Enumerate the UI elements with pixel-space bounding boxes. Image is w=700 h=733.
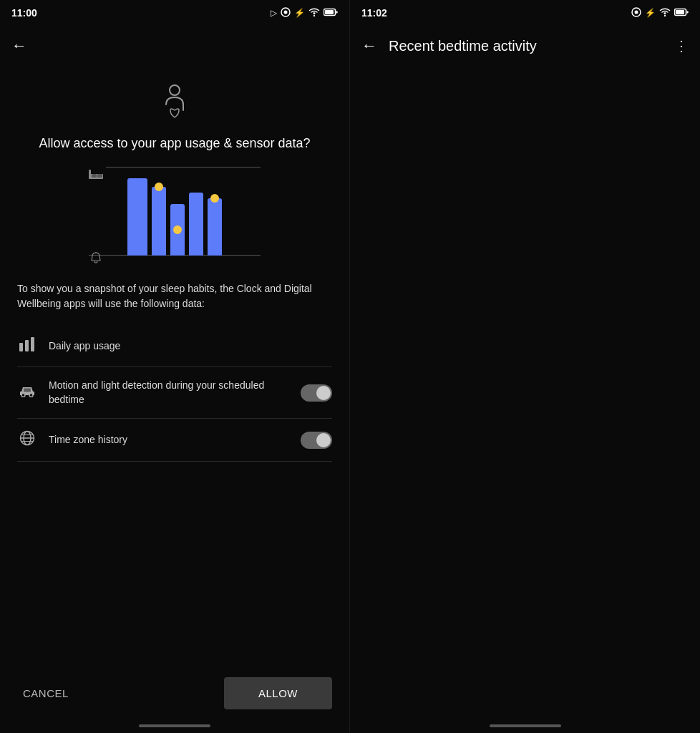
motion-toggle-knob	[316, 386, 331, 400]
globe-icon	[17, 430, 37, 450]
battery-icon	[324, 8, 338, 19]
chart-bar-2	[152, 187, 166, 256]
cancel-button[interactable]: Cancel	[17, 679, 74, 708]
left-status-icons: ▷ ⚡	[271, 7, 338, 19]
right-back-button[interactable]: ←	[361, 37, 377, 55]
chart-bars-icon	[17, 337, 37, 355]
left-panel: 11:00 ▷ ⚡	[0, 0, 350, 733]
svg-rect-11	[19, 343, 23, 351]
svg-point-23	[635, 10, 638, 14]
chart-bar-5	[208, 198, 222, 256]
permission-title: Allow access to your app usage & sensor …	[17, 135, 332, 152]
bottom-actions: Cancel Allow	[0, 661, 349, 724]
chart-dot-3	[173, 225, 182, 234]
right-panel: 11:02 ⚡	[350, 0, 700, 733]
data-item-app-usage: Daily app usage	[17, 326, 332, 367]
svg-point-2	[313, 14, 315, 16]
timezone-label: Time zone history	[49, 433, 289, 447]
left-top-bar: ←	[0, 26, 349, 66]
svg-rect-7	[89, 170, 91, 179]
wifi-icon	[308, 8, 320, 19]
svg-point-24	[664, 14, 666, 16]
nav-indicator	[0, 724, 349, 733]
car-icon	[17, 384, 37, 401]
right-status-bar: 11:02 ⚡	[350, 0, 700, 26]
svg-rect-12	[25, 340, 29, 351]
bolt-icon: ⚡	[294, 8, 305, 18]
right-nav-bar	[490, 724, 561, 727]
allow-button[interactable]: Allow	[224, 677, 332, 709]
timezone-toggle-knob	[316, 433, 331, 447]
left-status-bar: 11:00 ▷ ⚡	[0, 0, 349, 26]
chart-topline	[106, 167, 261, 168]
chart-bar-1	[127, 178, 147, 256]
sleep-chart	[89, 167, 261, 267]
bolt-icon-right: ⚡	[645, 8, 656, 18]
data-item-motion: Motion and light detection during your s…	[17, 367, 332, 419]
battery-icon-right	[674, 8, 689, 19]
svg-rect-26	[676, 10, 684, 14]
svg-rect-8	[92, 174, 97, 178]
wellness-icon-container	[17, 83, 332, 123]
timezone-toggle[interactable]	[301, 432, 332, 449]
target-icon	[281, 7, 291, 19]
description-text: To show you a snapshot of your sleep hab…	[17, 281, 332, 311]
bed-icon	[89, 170, 103, 183]
motion-toggle[interactable]	[301, 384, 332, 402]
svg-rect-4	[325, 10, 334, 14]
data-item-timezone: Time zone history	[17, 419, 332, 462]
svg-point-5	[170, 85, 180, 95]
left-content: Allow access to your app usage & sensor …	[0, 66, 349, 661]
right-nav-indicator	[350, 724, 700, 733]
nav-bar	[139, 724, 210, 727]
chart-dot-2	[155, 183, 163, 191]
right-top-bar: ← Recent bedtime activity ⋮	[350, 26, 700, 66]
right-title: Recent bedtime activity	[389, 38, 674, 54]
right-status-icons: ⚡	[631, 7, 689, 19]
bell-icon	[90, 252, 102, 267]
svg-point-15	[29, 394, 33, 397]
motion-label: Motion and light detection during your s…	[49, 379, 289, 407]
play-icon: ▷	[271, 8, 277, 18]
svg-point-1	[284, 10, 288, 14]
chart-bar-4	[189, 193, 203, 256]
left-status-time: 11:00	[11, 7, 37, 19]
svg-point-14	[21, 394, 25, 397]
back-button[interactable]: ←	[11, 37, 27, 55]
right-content	[350, 66, 700, 724]
app-usage-label: Daily app usage	[49, 339, 332, 354]
wellness-icon	[157, 83, 192, 120]
chart-dot-5	[210, 194, 219, 203]
svg-rect-13	[31, 337, 34, 351]
svg-rect-9	[97, 174, 102, 178]
wifi-icon-right	[659, 8, 671, 19]
right-status-time: 11:02	[361, 7, 387, 19]
target-icon-right	[631, 7, 641, 19]
more-options-icon[interactable]: ⋮	[674, 37, 689, 54]
svg-rect-16	[24, 389, 31, 392]
chart-bar-3	[170, 204, 185, 256]
